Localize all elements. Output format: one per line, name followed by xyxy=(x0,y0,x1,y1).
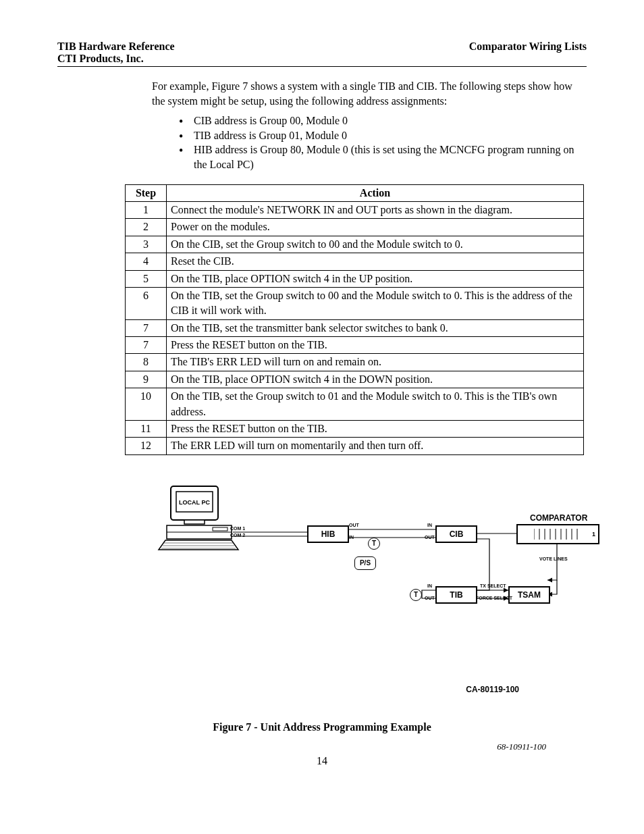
page-header: TIB Hardware Reference CTI Products, Inc… xyxy=(57,41,587,67)
step-cell: 7 xyxy=(126,319,167,336)
terminator-icon: T xyxy=(410,589,422,601)
comparator-slots-icon xyxy=(534,527,588,541)
figure-caption: Figure 7 - Unit Address Programming Exam… xyxy=(57,721,587,733)
action-cell: On the TIB, set the transmitter bank sel… xyxy=(167,319,584,336)
in-label: IN xyxy=(349,535,354,540)
steps-body: 1Connect the module's NETWORK IN and OUT… xyxy=(126,201,584,454)
com1-label: COM 1 xyxy=(230,526,245,531)
tx-select-label: TX SELECT xyxy=(480,583,506,588)
intro-paragraph: For example, Figure 7 shows a system wit… xyxy=(152,79,587,108)
table-row: 8The TIB's ERR LED will turn on and rema… xyxy=(126,354,584,371)
comparator-label: COMPARATOR xyxy=(530,513,587,523)
bullet-item: HIB address is Group 80, Module 0 (this … xyxy=(179,142,587,172)
in-label: IN xyxy=(427,523,432,527)
cib-box: CIB xyxy=(435,525,477,543)
action-cell: On the TIB, place OPTION switch 4 in the… xyxy=(167,371,584,388)
header-left: TIB Hardware Reference CTI Products, Inc… xyxy=(57,41,175,65)
table-row: 5On the TIB, place OPTION switch 4 in th… xyxy=(126,270,584,287)
vote-lines-label: VOTE LINES xyxy=(539,556,568,561)
step-cell: 6 xyxy=(126,287,167,319)
in-label: IN xyxy=(427,583,432,588)
action-cell: Press the RESET button on the TIB. xyxy=(167,421,584,438)
part-number: CA-80119-100 xyxy=(57,685,519,694)
figure-diagram: LOCAL PC xyxy=(152,482,587,658)
action-cell: The TIB's ERR LED will turn on and remai… xyxy=(167,354,584,371)
action-cell: Connect the module's NETWORK IN and OUT … xyxy=(167,201,584,218)
wiring-lines xyxy=(152,482,624,658)
hib-box: HIB xyxy=(307,525,349,543)
steps-table: Step Action 1Connect the module's NETWOR… xyxy=(125,184,584,455)
table-row: 10On the TIB, set the Group switch to 01… xyxy=(126,388,584,421)
out-label: OUT xyxy=(349,523,359,527)
col-action: Action xyxy=(167,184,584,201)
table-row: 6On the TIB, set the Group switch to 00 … xyxy=(126,287,584,319)
table-row: 1Connect the module's NETWORK IN and OUT… xyxy=(126,201,584,218)
tsam-box: TSAM xyxy=(508,586,550,604)
comparator-one: 1 xyxy=(592,531,595,538)
com2-label: COM 2 xyxy=(230,533,245,538)
table-row: 9On the TIB, place OPTION switch 4 in th… xyxy=(126,371,584,388)
step-cell: 3 xyxy=(126,236,167,253)
step-cell: 7 xyxy=(126,337,167,354)
table-row: 3On the CIB, set the Group switch to 00 … xyxy=(126,236,584,253)
table-row: 2Power on the modules. xyxy=(126,219,584,236)
tib-box: TIB xyxy=(435,586,477,604)
table-row: 4Reset the CIB. xyxy=(126,253,584,270)
comparator-box: 1 xyxy=(516,524,599,544)
bullet-item: CIB address is Group 00, Module 0 xyxy=(179,113,587,128)
step-cell: 8 xyxy=(126,354,167,371)
action-cell: Press the RESET button on the TIB. xyxy=(167,337,584,354)
step-cell: 10 xyxy=(126,388,167,421)
table-row: 12The ERR LED will turn on momentarily a… xyxy=(126,438,584,454)
action-cell: On the TIB, set the Group switch to 00 a… xyxy=(167,287,584,319)
terminator-icon: T xyxy=(368,538,380,550)
page-number: 14 xyxy=(57,755,587,767)
step-cell: 9 xyxy=(126,371,167,388)
step-cell: 4 xyxy=(126,253,167,270)
action-cell: The ERR LED will turn on momentarily and… xyxy=(167,438,584,454)
bullet-list: CIB address is Group 00, Module 0 TIB ad… xyxy=(179,113,587,172)
ps-box: P/S xyxy=(354,556,376,570)
header-title: TIB Hardware Reference xyxy=(57,41,175,53)
table-row: 11Press the RESET button on the TIB. xyxy=(126,421,584,438)
step-cell: 12 xyxy=(126,438,167,454)
force-select-label: FORCE SELECT xyxy=(476,596,512,600)
document-number: 68-10911-100 xyxy=(57,741,546,752)
step-cell: 5 xyxy=(126,270,167,287)
action-cell: Power on the modules. xyxy=(167,219,584,236)
col-step: Step xyxy=(126,184,167,201)
out-label: OUT xyxy=(425,596,435,600)
bullet-item: TIB address is Group 01, Module 0 xyxy=(179,128,587,143)
out-label: OUT xyxy=(425,535,435,540)
table-row: 7Press the RESET button on the TIB. xyxy=(126,337,584,354)
table-row: 7On the TIB, set the transmitter bank se… xyxy=(126,319,584,336)
action-cell: On the CIB, set the Group switch to 00 a… xyxy=(167,236,584,253)
header-right: Comparator Wiring Lists xyxy=(469,41,587,65)
step-cell: 11 xyxy=(126,421,167,438)
action-cell: On the TIB, place OPTION switch 4 in the… xyxy=(167,270,584,287)
step-cell: 2 xyxy=(126,219,167,236)
header-company: CTI Products, Inc. xyxy=(57,53,175,65)
action-cell: On the TIB, set the Group switch to 01 a… xyxy=(167,388,584,421)
action-cell: Reset the CIB. xyxy=(167,253,584,270)
step-cell: 1 xyxy=(126,201,167,218)
